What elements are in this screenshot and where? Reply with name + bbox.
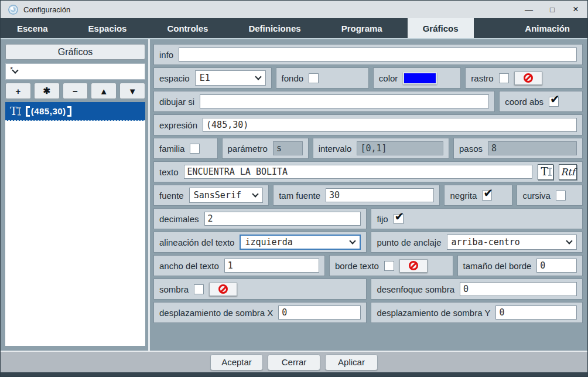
checkmark: ✔ [483, 187, 493, 199]
graphics-list: T (485,30) [5, 102, 145, 346]
familia-checkbox[interactable] [190, 144, 200, 154]
list-item[interactable]: T (485,30) [5, 102, 145, 121]
expresion-group: expresión [153, 114, 583, 135]
text-cursor-icon [19, 107, 20, 116]
titlebar: Configuración — □ × [1, 1, 587, 18]
maximize-button[interactable]: □ [541, 1, 564, 18]
anclaje-group: punto de anclaje arriba-centro [371, 232, 583, 253]
tab-programa[interactable]: Programa [326, 18, 398, 38]
info-label: info [159, 50, 173, 60]
anclaje-select[interactable]: arriba-centro [447, 235, 577, 250]
dibujar-si-input[interactable] [200, 94, 489, 108]
tamano-borde-label: tamaño del borde [463, 261, 532, 271]
alineacion-group: alineación del texto izquierda [153, 232, 367, 253]
app-icon [8, 5, 18, 15]
desenfoque-label: desenfoque sombra [377, 284, 454, 294]
chevron-down-icon [350, 237, 356, 244]
anclaje-label: punto de anclaje [377, 237, 441, 247]
rastro-color-button[interactable] [514, 72, 542, 85]
intervalo-label: intervalo [319, 144, 352, 154]
info-input[interactable] [179, 47, 577, 62]
chevron-down-icon [566, 237, 572, 244]
espacio-value: E1 [200, 73, 210, 83]
texto-label: texto [159, 167, 179, 177]
parametro-group: parámetro [222, 138, 309, 159]
espacio-select[interactable]: E1 [195, 70, 266, 86]
cursiva-checkbox[interactable] [556, 191, 566, 201]
intervalo-input [357, 141, 443, 155]
fuente-value: SansSerif [194, 190, 241, 201]
tab-animacion[interactable]: Animación [510, 18, 585, 38]
config-window: Configuración — □ × Escena Espacios Cont… [0, 0, 588, 377]
sombra-color-button[interactable] [209, 283, 237, 296]
despl-x-group: desplazamiento de sombra X [153, 302, 367, 323]
cerrar-button[interactable]: Cerrar [268, 354, 320, 371]
fuente-select[interactable]: SansSerif [189, 188, 263, 203]
checkmark: ✔ [395, 210, 405, 222]
borde-color-button[interactable] [399, 259, 428, 273]
desenfoque-input[interactable] [460, 282, 577, 296]
move-down-button[interactable]: ▼ [119, 83, 145, 99]
ancho-texto-input[interactable] [224, 259, 319, 273]
tab-espacios[interactable]: Espacios [73, 18, 142, 38]
pasos-input [488, 141, 577, 155]
rastro-group: rastro [465, 67, 583, 89]
tab-graficos[interactable]: Gráficos [408, 18, 474, 38]
color-label: color [379, 73, 398, 83]
ancho-texto-group: ancho del texto [153, 255, 325, 276]
graphics-filter-select[interactable]: * [5, 63, 145, 80]
tab-definiciones[interactable]: Definiciones [233, 18, 316, 38]
coord-abs-checkbox[interactable]: ✔ [549, 97, 559, 107]
aceptar-button[interactable]: Aceptar [210, 354, 263, 371]
remove-button[interactable]: − [63, 83, 88, 99]
dibujar-si-group: dibujar si [153, 91, 495, 112]
borde-texto-checkbox[interactable] [384, 261, 394, 271]
forbidden-icon [524, 73, 533, 83]
color-group: color [373, 67, 461, 89]
rtf-button[interactable]: Rtf [559, 164, 577, 180]
desenfoque-group: desenfoque sombra [371, 278, 583, 300]
alineacion-select[interactable]: izquierda [240, 235, 361, 250]
fuente-label: fuente [159, 191, 184, 201]
anclaje-value: arriba-centro [452, 237, 520, 247]
decimales-group: decimales [153, 208, 367, 229]
sombra-group: sombra [153, 278, 367, 300]
fuente-group: fuente SansSerif [153, 185, 269, 206]
texto-input[interactable] [184, 165, 532, 179]
despl-y-label: desplazamiento de sombra Y [377, 308, 490, 318]
decimales-input[interactable] [204, 212, 361, 226]
despl-x-label: desplazamiento de sombra X [159, 308, 273, 318]
expresion-input[interactable] [203, 118, 577, 132]
sombra-label: sombra [159, 284, 189, 294]
despl-y-input[interactable] [495, 305, 577, 320]
add-button[interactable]: + [5, 83, 31, 99]
fijo-label: fijo [377, 214, 388, 224]
text-graphic-icon: T [10, 106, 18, 117]
forbidden-icon [218, 284, 228, 294]
negrita-checkbox[interactable]: ✔ [482, 191, 492, 201]
tab-escena[interactable]: Escena [2, 18, 63, 38]
despl-x-input[interactable] [278, 305, 361, 320]
aplicar-button[interactable]: Aplicar [325, 354, 378, 371]
despl-y-group: desplazamiento de sombra Y [371, 302, 583, 323]
rastro-checkbox[interactable] [499, 73, 509, 83]
texto-group: texto T Rtf [153, 161, 583, 182]
right-bracket-icon [67, 106, 71, 117]
close-button[interactable]: × [564, 1, 587, 18]
plain-text-button[interactable]: T [538, 164, 553, 180]
tab-controles[interactable]: Controles [152, 18, 223, 38]
tam-fuente-input[interactable] [326, 188, 434, 202]
intervalo-group: intervalo [313, 138, 449, 159]
negrita-group: negrita ✔ [444, 185, 512, 206]
tamano-borde-input[interactable] [536, 259, 577, 273]
dibujar-si-label: dibujar si [159, 97, 194, 107]
fondo-checkbox[interactable] [309, 73, 319, 83]
minimize-button[interactable]: — [517, 1, 541, 18]
fijo-checkbox[interactable]: ✔ [394, 214, 404, 224]
window-controls: — □ × [517, 1, 587, 18]
move-up-button[interactable]: ▲ [91, 83, 117, 99]
sombra-checkbox[interactable] [194, 284, 204, 294]
sidebar-header: Gráficos [5, 44, 145, 60]
duplicate-button[interactable]: ✱ [34, 83, 60, 99]
color-swatch-button[interactable] [403, 72, 437, 84]
